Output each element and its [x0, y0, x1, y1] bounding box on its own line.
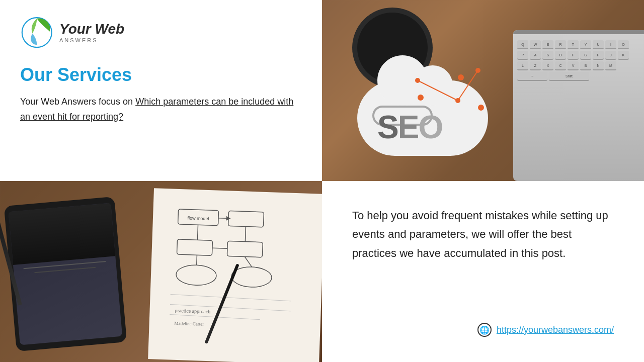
svg-point-4 [455, 98, 460, 103]
svg-line-13 [218, 218, 228, 219]
key: C [555, 61, 566, 70]
key: E [542, 40, 553, 49]
laptop-keyboard: Q W E R T Y U I O P A S D F G H J [513, 30, 644, 181]
key: O [618, 40, 629, 49]
key: J [605, 51, 616, 60]
svg-rect-10 [227, 241, 263, 257]
notebook-sketch: flow model pra [158, 199, 314, 354]
key: R [555, 40, 566, 49]
top-right-panel: Q W E R T Y U I O P A S D F G H J [322, 0, 644, 181]
logo-area: Your Web ANSWERS [20, 15, 302, 50]
notebook: flow model pra [148, 188, 322, 362]
key: D [555, 51, 566, 60]
key: Y [580, 40, 591, 49]
svg-line-17 [212, 248, 227, 248]
key: Shift [549, 72, 589, 81]
connector-dot-1 [418, 95, 424, 101]
description-text: To help you avoid frequent mistakes whil… [352, 206, 614, 262]
key: V [568, 61, 579, 70]
seo-visual: Q W E R T Y U I O P A S D F G H J [322, 0, 644, 181]
key: B [580, 61, 591, 70]
seo-cloud: SEO [347, 70, 498, 171]
svg-line-19 [171, 294, 291, 301]
body-prefix: Your Web Answers focus on [20, 97, 133, 107]
key: G [580, 51, 591, 60]
key: P [517, 51, 528, 60]
logo-main-text: Your Web [59, 22, 124, 36]
main-layout: Your Web ANSWERS Our Services Your Web A… [0, 0, 644, 362]
svg-line-1 [418, 80, 458, 101]
bottom-left-panel: flow model pra [0, 181, 322, 362]
key: A [530, 51, 541, 60]
key: N [593, 61, 604, 70]
key: K [618, 51, 629, 60]
svg-point-5 [475, 68, 480, 73]
globe-icon: 🌐 [477, 323, 492, 337]
connector-dot-2 [458, 74, 464, 80]
key: F [568, 51, 579, 60]
svg-point-11 [176, 264, 216, 286]
svg-point-3 [415, 78, 420, 83]
tablet-screen [9, 203, 122, 345]
key: Z [530, 61, 541, 70]
key: U [593, 40, 604, 49]
svg-rect-8 [228, 211, 264, 227]
logo-text-group: Your Web ANSWERS [59, 22, 124, 43]
svg-text:practice approach: practice approach [175, 308, 210, 314]
key: X [542, 61, 553, 70]
logo-sub-text: ANSWERS [59, 37, 124, 43]
keyboard-rows: Q W E R T Y U I O P A S D F G H J [513, 36, 644, 85]
svg-line-15 [245, 227, 246, 242]
svg-line-18 [245, 257, 253, 267]
key: I [605, 40, 616, 49]
services-body: Your Web Answers focus on Which paramete… [20, 95, 302, 124]
website-link-row: 🌐 https://yourwebanswers.com/ [352, 323, 614, 337]
svg-line-14 [197, 225, 198, 240]
key: H [593, 51, 604, 60]
svg-text:flow model: flow model [187, 216, 209, 221]
key: L [517, 61, 528, 70]
svg-rect-9 [177, 239, 212, 255]
key: S [542, 51, 553, 60]
key: W [530, 40, 541, 49]
svg-text:Madeline Carter: Madeline Carter [175, 321, 204, 327]
key: T [568, 40, 579, 49]
website-url-link[interactable]: https://yourwebanswers.com/ [497, 325, 614, 335]
services-heading: Our Services [20, 64, 302, 85]
connector-lines [397, 60, 498, 121]
top-left-panel: Your Web ANSWERS Our Services Your Web A… [0, 0, 322, 181]
key: M [605, 61, 616, 70]
connector-dot-3 [478, 105, 484, 111]
svg-line-16 [197, 255, 197, 265]
tablet-device [4, 197, 127, 351]
seo-s: S [377, 109, 398, 145]
key: Q [517, 40, 528, 49]
logo-icon [20, 15, 55, 50]
bottom-right-panel: To help you avoid frequent mistakes whil… [322, 181, 644, 362]
key: → [517, 72, 547, 81]
